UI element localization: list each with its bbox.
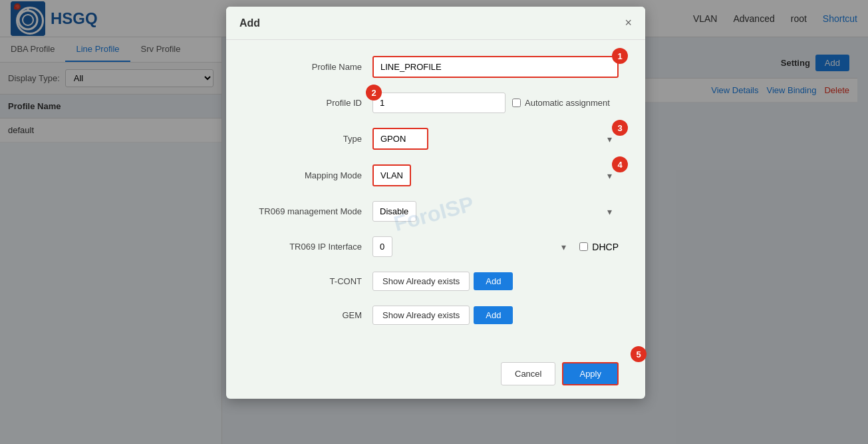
type-label: Type (253, 134, 372, 144)
step-badge-3: 3 (612, 120, 628, 136)
profile-name-row: Profile Name 1 (253, 56, 619, 78)
tr069-ip-select[interactable]: 0 (372, 236, 392, 257)
apply-button[interactable]: Apply (562, 362, 619, 385)
modal-header: Add × (226, 7, 645, 40)
step-badge-5: 5 (631, 346, 647, 362)
step-badge-2: 2 (366, 85, 382, 101)
mapping-mode-select-wrapper: VLAN GEM TCI (372, 164, 619, 186)
profile-name-input[interactable] (372, 56, 619, 78)
tr069-mode-select-wrapper: Disable Enable (372, 201, 619, 222)
profile-id-label: Profile ID (253, 98, 372, 108)
dhcp-checkbox[interactable] (579, 242, 588, 251)
type-row: Type GPON EPON XGS-PON 3 (253, 128, 619, 150)
gem-show-exists-button[interactable]: Show Already exists (372, 306, 470, 325)
mapping-mode-label: Mapping Mode (253, 170, 372, 180)
modal-body: Profile Name 1 Profile ID Automatic assi… (226, 40, 645, 355)
gem-row: GEM Show Already exists Add (253, 306, 619, 325)
automatic-assignment-group: Automatic assignment (512, 98, 610, 108)
mapping-mode-row: Mapping Mode VLAN GEM TCI 4 (253, 164, 619, 186)
type-select[interactable]: GPON EPON XGS-PON (372, 128, 428, 150)
dhcp-label: DHCP (592, 242, 619, 252)
mapping-mode-select[interactable]: VLAN GEM TCI (372, 164, 411, 186)
modal-close-button[interactable]: × (625, 16, 632, 30)
profile-name-label: Profile Name (253, 62, 372, 72)
tr069-ip-label: TR069 IP Interface (253, 242, 372, 252)
tcont-row: T-CONT Show Already exists Add (253, 272, 619, 291)
tcont-add-button[interactable]: Add (474, 272, 513, 290)
step-badge-1: 1 (612, 48, 628, 64)
tcont-show-exists-button[interactable]: Show Already exists (372, 272, 470, 291)
automatic-assignment-checkbox[interactable] (512, 99, 521, 107)
add-modal: Add × Profile Name 1 Profile ID Automati… (226, 7, 645, 399)
tr069-ip-select-wrapper: 0 (372, 236, 573, 257)
dhcp-row: DHCP (579, 242, 619, 252)
profile-id-input[interactable] (372, 93, 506, 113)
type-select-wrapper: GPON EPON XGS-PON (372, 128, 619, 150)
tr069-mode-label: TR069 management Mode (253, 206, 372, 216)
gem-label: GEM (253, 310, 372, 320)
step-badge-4: 4 (612, 156, 628, 172)
modal-title: Add (239, 17, 260, 29)
tcont-label: T-CONT (253, 276, 372, 286)
tr069-mode-row: TR069 management Mode Disable Enable (253, 201, 619, 222)
cancel-button[interactable]: Cancel (501, 362, 555, 385)
gem-add-button[interactable]: Add (474, 306, 513, 324)
modal-footer: Cancel Apply 5 (226, 355, 645, 385)
profile-id-row: Profile ID Automatic assignment 2 (253, 93, 619, 113)
tr069-mode-select[interactable]: Disable Enable (372, 201, 416, 222)
tr069-ip-row: TR069 IP Interface 0 DHCP (253, 236, 619, 257)
automatic-assignment-label: Automatic assignment (525, 98, 610, 108)
